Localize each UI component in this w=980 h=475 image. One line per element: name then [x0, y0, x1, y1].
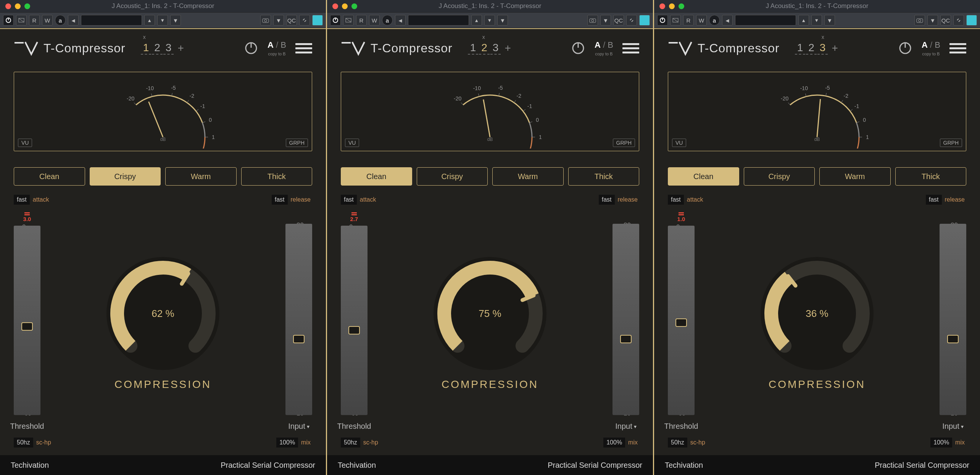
prev-preset-button[interactable]: ◄	[722, 15, 733, 26]
attack-param[interactable]: fastattack	[341, 195, 377, 205]
power-toggle-button[interactable]	[330, 15, 341, 26]
automation-menu-button[interactable]: a	[382, 15, 393, 26]
close-icon[interactable]	[659, 3, 665, 9]
snapshot-menu-button[interactable]: ▼	[273, 15, 284, 26]
close-icon[interactable]	[332, 3, 338, 9]
preset-nav-down-button[interactable]: ▾	[811, 15, 822, 26]
preset-name-field[interactable]	[735, 15, 796, 26]
attack-param[interactable]: fastattack	[14, 195, 50, 205]
qc-button[interactable]: QC	[613, 15, 624, 26]
preset-menu-button[interactable]: ▼	[170, 15, 181, 26]
snapshot-button[interactable]	[914, 15, 925, 26]
power-toggle-button[interactable]	[657, 15, 668, 26]
menu-button[interactable]	[949, 43, 966, 53]
power-toggle-button[interactable]	[3, 15, 14, 26]
compression-knob[interactable]: 75 %	[429, 252, 551, 375]
sidechain-hp-param[interactable]: 50hzsc-hp	[341, 438, 380, 448]
plugin-power-button[interactable]	[244, 41, 258, 55]
menu-button[interactable]	[295, 43, 312, 53]
vu-mode-button[interactable]: VU	[672, 139, 686, 147]
qc-button[interactable]: QC	[286, 15, 297, 26]
preset-slot-1[interactable]: 1	[468, 42, 479, 55]
read-automation-button[interactable]: R	[29, 15, 40, 26]
input-label[interactable]: Input▾	[615, 422, 636, 431]
preset-slot-2[interactable]: 2	[152, 42, 163, 55]
read-automation-button[interactable]: R	[356, 15, 367, 26]
menu-button[interactable]	[622, 43, 639, 53]
ab-compare-button[interactable]: A / B	[595, 40, 613, 50]
mode-clean-button[interactable]: Clean	[14, 167, 85, 186]
copy-to-button[interactable]: copy to B	[268, 52, 286, 56]
input-label[interactable]: Input▾	[942, 422, 963, 431]
preset-nav-down-button[interactable]: ▾	[484, 15, 495, 26]
preset-slot-3[interactable]: 3	[163, 42, 174, 55]
input-thumb[interactable]	[620, 335, 632, 343]
write-automation-button[interactable]: W	[696, 15, 707, 26]
threshold-slider[interactable]: 2.7 0-10-20-30-40-50-60 Threshold	[341, 212, 368, 431]
preset-slot-2[interactable]: 2	[806, 42, 817, 55]
mode-thick-button[interactable]: Thick	[568, 167, 640, 186]
write-automation-button[interactable]: W	[42, 15, 53, 26]
graph-mode-button[interactable]: GRPH	[613, 139, 635, 147]
preset-close-icon[interactable]: x	[822, 34, 824, 40]
mode-crispy-button[interactable]: Crispy	[90, 167, 161, 186]
mode-crispy-button[interactable]: Crispy	[417, 167, 488, 186]
copy-to-button[interactable]: copy to B	[922, 52, 940, 56]
write-automation-button[interactable]: W	[369, 15, 380, 26]
threshold-thumb[interactable]	[21, 322, 33, 331]
minimize-icon[interactable]	[342, 3, 348, 9]
attack-param[interactable]: fastattack	[668, 195, 704, 205]
copy-to-button[interactable]: copy to B	[595, 52, 613, 56]
sidechain-hp-param[interactable]: 50hzsc-hp	[14, 438, 53, 448]
link-button[interactable]	[953, 15, 964, 26]
mode-thick-button[interactable]: Thick	[241, 167, 313, 186]
threshold-slider[interactable]: 1.0 0-10-20-30-40-50-60 Threshold	[668, 212, 695, 431]
snapshot-button[interactable]	[587, 15, 598, 26]
ab-compare-button[interactable]: A / B	[922, 40, 940, 50]
preset-slot-1[interactable]: 1	[141, 42, 152, 55]
threshold-thumb[interactable]	[348, 326, 360, 334]
learn-button[interactable]	[639, 15, 650, 26]
mix-param[interactable]: 100%mix	[276, 438, 312, 448]
vu-mode-button[interactable]: VU	[18, 139, 32, 147]
mode-warm-button[interactable]: Warm	[819, 167, 891, 186]
compression-knob[interactable]: 36 %	[756, 252, 878, 375]
mode-warm-button[interactable]: Warm	[492, 167, 564, 186]
release-param[interactable]: fastrelease	[599, 195, 639, 205]
link-button[interactable]	[626, 15, 637, 26]
input-label[interactable]: Input▾	[288, 422, 309, 431]
maximize-icon[interactable]	[351, 3, 357, 9]
snapshot-menu-button[interactable]: ▼	[927, 15, 938, 26]
release-param[interactable]: fastrelease	[926, 195, 966, 205]
mode-thick-button[interactable]: Thick	[895, 167, 967, 186]
preset-slot-3[interactable]: 3	[490, 42, 501, 55]
mode-clean-button[interactable]: Clean	[341, 167, 412, 186]
bypass-button[interactable]	[16, 15, 27, 26]
release-param[interactable]: fastrelease	[272, 195, 312, 205]
prev-preset-button[interactable]: ◄	[395, 15, 406, 26]
graph-mode-button[interactable]: GRPH	[286, 139, 308, 147]
learn-button[interactable]	[312, 15, 323, 26]
plugin-power-button[interactable]	[571, 41, 585, 55]
graph-mode-button[interactable]: GRPH	[940, 139, 962, 147]
preset-slot-3[interactable]: 3	[817, 42, 828, 55]
preset-nav-up-button[interactable]: ▴	[798, 15, 809, 26]
preset-nav-up-button[interactable]: ▴	[471, 15, 482, 26]
input-thumb[interactable]	[947, 335, 959, 343]
input-thumb[interactable]	[293, 335, 305, 343]
preset-close-icon[interactable]: x	[143, 34, 146, 40]
bypass-button[interactable]	[670, 15, 681, 26]
mode-warm-button[interactable]: Warm	[165, 167, 237, 186]
mix-param[interactable]: 100%mix	[930, 438, 966, 448]
preset-slot-1[interactable]: 1	[795, 42, 806, 55]
preset-name-field[interactable]	[408, 15, 469, 26]
preset-nav-down-button[interactable]: ▾	[157, 15, 168, 26]
input-slider[interactable]: 20151050-5-10 Input▾	[612, 212, 639, 431]
mode-clean-button[interactable]: Clean	[668, 167, 739, 186]
link-button[interactable]	[299, 15, 310, 26]
vu-mode-button[interactable]: VU	[345, 139, 359, 147]
preset-menu-button[interactable]: ▼	[824, 15, 835, 26]
threshold-slider[interactable]: 3.0 0-10-20-30-40-50-60 Threshold	[14, 212, 40, 431]
read-automation-button[interactable]: R	[683, 15, 694, 26]
mix-param[interactable]: 100%mix	[603, 438, 639, 448]
